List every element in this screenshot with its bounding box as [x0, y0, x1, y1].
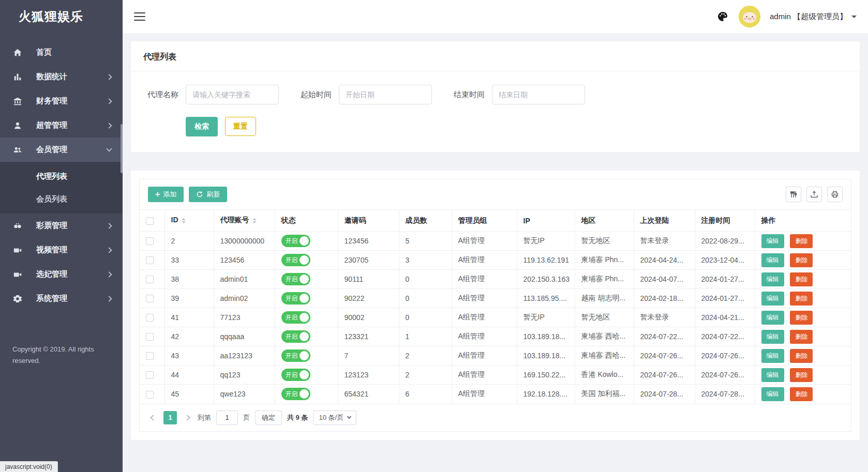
edit-button[interactable]: 编辑 [761, 292, 784, 306]
cell-invite-code: 123123 [338, 366, 399, 385]
status-toggle[interactable]: 开启 [281, 235, 310, 247]
edit-button[interactable]: 编辑 [761, 368, 784, 382]
refresh-button[interactable]: 刷新 [189, 187, 227, 202]
status-toggle[interactable]: 开启 [281, 349, 310, 362]
sidebar-scrollbar-thumb[interactable] [121, 124, 123, 173]
print-icon[interactable] [827, 187, 843, 202]
prev-page-button[interactable] [148, 412, 158, 424]
edit-button[interactable]: 编辑 [761, 349, 784, 363]
lottery-icon [12, 221, 23, 231]
delete-button[interactable]: 删除 [790, 272, 813, 286]
sort-icon[interactable] [182, 216, 186, 225]
submenu-item-label: 代理列表 [36, 172, 67, 181]
row-checkbox[interactable] [146, 352, 154, 360]
edit-button[interactable]: 编辑 [761, 311, 784, 325]
cell-register-time: 2024-07-26... [695, 346, 755, 366]
cell-members: 0 [399, 308, 452, 327]
chevron-right-icon [106, 247, 112, 253]
user-avatar[interactable] [739, 6, 760, 27]
sidebar-item-agent-list[interactable]: 代理列表 [0, 165, 123, 188]
row-checkbox[interactable] [146, 237, 154, 245]
cell-admin-group: A组管理 [452, 385, 517, 404]
delete-button[interactable]: 删除 [790, 234, 813, 248]
user-icon [12, 120, 23, 131]
toggle-knob [300, 389, 309, 399]
cell-admin-group: A组管理 [452, 308, 517, 327]
theme-palette-icon[interactable] [716, 10, 729, 23]
status-toggle-label: 开启 [286, 237, 298, 246]
select-all-checkbox[interactable] [146, 217, 154, 225]
toggle-knob [300, 332, 309, 341]
app-logo: 火狐狸娱乐 [0, 0, 123, 33]
row-checkbox[interactable] [146, 371, 154, 379]
sidebar-item-finance[interactable]: 财务管理 [0, 89, 123, 113]
sidebar-item-concubine[interactable]: 选妃管理 [0, 262, 123, 286]
add-button[interactable]: + 添加 [148, 187, 184, 202]
hamburger-menu-icon[interactable] [134, 12, 145, 21]
row-checkbox[interactable] [146, 314, 154, 322]
delete-button[interactable]: 删除 [790, 292, 813, 306]
chevron-down-icon [347, 415, 351, 419]
row-checkbox[interactable] [146, 295, 154, 302]
export-icon[interactable] [806, 187, 822, 202]
sidebar-item-home[interactable]: 首页 [0, 40, 123, 65]
cell-region: 柬埔寨 西哈... [575, 327, 634, 346]
delete-button[interactable]: 删除 [790, 387, 813, 401]
goto-confirm-button[interactable]: 确定 [255, 410, 282, 425]
row-checkbox[interactable] [146, 276, 154, 283]
cell-account: qq123 [214, 366, 275, 385]
status-toggle[interactable]: 开启 [281, 330, 310, 343]
end-date-input[interactable] [492, 85, 585, 104]
col-header-id[interactable]: ID [164, 210, 214, 232]
next-page-button[interactable] [182, 412, 192, 424]
edit-button[interactable]: 编辑 [761, 330, 784, 344]
status-toggle[interactable]: 开启 [281, 292, 310, 304]
sidebar-item-lottery[interactable]: 彩票管理 [0, 214, 123, 238]
user-menu[interactable]: admin 【超级管理员】 [770, 12, 857, 22]
page-size-select[interactable]: 10 条/页 [313, 410, 356, 425]
status-toggle[interactable]: 开启 [281, 369, 310, 381]
agent-name-input[interactable] [186, 85, 279, 104]
sidebar-item-system[interactable]: 系统管理 [0, 286, 123, 311]
col-header-account[interactable]: 代理账号 [214, 210, 275, 232]
status-toggle[interactable]: 开启 [281, 311, 310, 324]
row-checkbox[interactable] [146, 256, 154, 264]
cell-admin-group: A组管理 [452, 327, 517, 346]
cell-admin-group: A组管理 [452, 366, 517, 385]
delete-button[interactable]: 删除 [790, 311, 813, 325]
browser-status-bar: javascript:void(0) [0, 461, 58, 472]
page-number-button[interactable]: 1 [163, 411, 177, 424]
row-checkbox[interactable] [146, 391, 154, 399]
cell-last-login: 暂未登录 [634, 232, 695, 251]
sidebar-item-superadmin[interactable]: 超管管理 [0, 113, 123, 138]
status-toggle[interactable]: 开启 [281, 254, 310, 266]
search-button[interactable]: 检索 [186, 117, 218, 136]
sidebar-item-label: 数据统计 [36, 72, 107, 82]
cell-region: 柬埔寨 西哈... [575, 346, 634, 366]
edit-button[interactable]: 编辑 [761, 253, 784, 267]
sort-icon[interactable] [252, 216, 257, 225]
delete-button[interactable]: 删除 [790, 330, 813, 344]
col-header-admin-group: 管理员组 [452, 210, 517, 232]
delete-button[interactable]: 删除 [790, 368, 813, 382]
edit-button[interactable]: 编辑 [761, 234, 784, 248]
status-toggle[interactable]: 开启 [281, 388, 310, 400]
sidebar-item-video[interactable]: 视频管理 [0, 238, 123, 262]
edit-button[interactable]: 编辑 [761, 387, 784, 401]
start-date-input[interactable] [339, 85, 432, 104]
toggle-knob [300, 275, 309, 284]
goto-page-input[interactable] [216, 410, 238, 425]
bank-icon [12, 96, 23, 106]
sidebar-item-members[interactable]: 会员管理 [0, 138, 123, 162]
row-checkbox[interactable] [146, 333, 154, 341]
status-toggle[interactable]: 开启 [281, 273, 310, 285]
sidebar-menu: 首页 数据统计 财务管理 超管管理 会员管理 [0, 40, 123, 311]
sidebar-item-member-list[interactable]: 会员列表 [0, 188, 123, 210]
delete-button[interactable]: 删除 [790, 349, 813, 363]
reset-button[interactable]: 重置 [225, 117, 256, 136]
columns-filter-icon[interactable] [786, 187, 801, 202]
sidebar-item-statistics[interactable]: 数据统计 [0, 65, 123, 89]
cell-region: 柬埔寨 Phn... [575, 251, 634, 270]
edit-button[interactable]: 编辑 [761, 272, 784, 286]
delete-button[interactable]: 删除 [790, 253, 813, 267]
